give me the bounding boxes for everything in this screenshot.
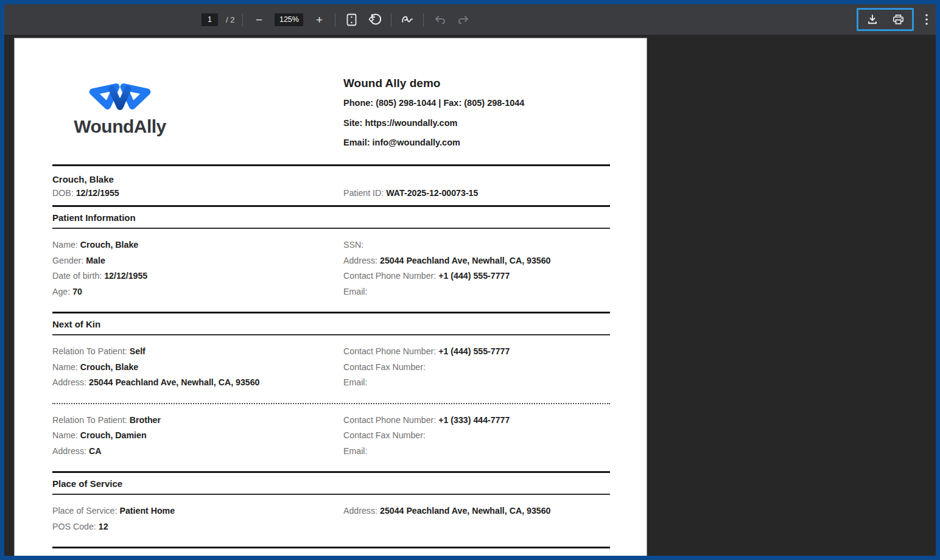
field-value: Crouch, Blake: [80, 240, 138, 250]
patient-banner: Crouch, Blake DOB:12/12/1955 Patient ID:…: [52, 164, 610, 205]
field-row: SSN:: [343, 237, 610, 253]
patient-dob: DOB:12/12/1955: [52, 188, 343, 198]
more-vertical-icon: [925, 14, 928, 25]
section-title: Patient Information: [52, 207, 610, 228]
field-row: Relation To Patient:Self: [52, 344, 343, 360]
field-label: Name:: [52, 430, 78, 440]
section: Patient InformationName:Crouch, BlakeGen…: [52, 205, 610, 312]
field-group: Relation To Patient:BrotherName:Crouch, …: [52, 404, 610, 472]
field-row: Address:25044 Peachland Ave, Newhall, CA…: [52, 375, 343, 391]
left-column: Place of Service:Patient HomePOS Code:12: [52, 503, 343, 534]
zoom-in-button[interactable]: +: [311, 12, 327, 27]
field-label: Gender:: [52, 256, 83, 265]
redo-icon: [458, 15, 469, 24]
screenshot-frame: 1 / 2 − 125% +: [0, 0, 940, 560]
right-column: Address:25044 Peachland Ave, Newhall, CA…: [343, 503, 610, 534]
field-label: Name:: [52, 240, 78, 250]
fit-to-page-icon: [346, 13, 357, 26]
field-value: +1 (333) 444-7777: [438, 415, 510, 425]
left-column: Relation To Patient:BrotherName:Crouch, …: [52, 413, 343, 460]
field-row: Relation To Patient:Brother: [52, 413, 343, 429]
field-row: Address:25044 Peachland Ave, Newhall, CA…: [343, 503, 610, 519]
woundally-logo-icon: [83, 79, 157, 116]
field-label: Contact Phone Number:: [343, 415, 436, 425]
field-row: Email:: [343, 375, 610, 391]
patient-name: Crouch, Blake: [52, 174, 610, 185]
clinic-header: WoundAlly Wound Ally demo Phone: (805) 2…: [52, 38, 610, 164]
page-count-label: / 2: [226, 15, 234, 24]
field-row: Email:: [343, 444, 610, 460]
document-sections: Patient InformationName:Crouch, BlakeGen…: [52, 205, 610, 556]
field-group: Place of Service:Patient HomePOS Code:12…: [52, 495, 610, 547]
field-row: POS Code:12: [52, 519, 343, 535]
fit-to-page-button[interactable]: [343, 12, 359, 27]
pdf-toolbar: 1 / 2 − 125% +: [4, 4, 936, 35]
field-label: Relation To Patient:: [52, 346, 127, 356]
field-row: Address:CA: [52, 444, 343, 460]
field-value: 25044 Peachland Ave, Newhall, CA, 93560: [380, 506, 550, 516]
redo-button[interactable]: [455, 12, 471, 27]
field-label: Address:: [52, 377, 86, 387]
print-button[interactable]: [890, 12, 906, 27]
field-row: Contact Fax Number:: [343, 428, 610, 444]
download-print-highlight: [857, 8, 914, 31]
field-group: Name:Crouch, BlakeGender:MaleDate of bir…: [52, 229, 610, 312]
pdf-page: WoundAlly Wound Ally demo Phone: (805) 2…: [14, 38, 647, 556]
field-label: SSN:: [343, 240, 363, 250]
right-column: Contact Phone Number:+1 (444) 555-7777Co…: [343, 344, 610, 391]
toolbar-divider: [391, 13, 391, 26]
field-value: Self: [130, 346, 146, 356]
field-row: Contact Phone Number:+1 (444) 555-7777: [343, 344, 610, 360]
dob-label: DOB:: [52, 188, 74, 198]
zoom-out-button[interactable]: −: [251, 12, 267, 27]
more-options-button[interactable]: [921, 12, 933, 27]
section: Next of KinRelation To Patient:SelfName:…: [52, 312, 610, 471]
field-value: Male: [86, 256, 105, 265]
field-label: Age:: [52, 287, 70, 296]
field-value: CA: [89, 446, 102, 456]
field-row: Contact Fax Number:: [343, 360, 610, 376]
field-row: Address:25044 Peachland Ave, Newhall, CA…: [343, 253, 610, 269]
annotate-button[interactable]: [399, 12, 415, 27]
patient-id-value: WAT-2025-12-00073-15: [386, 188, 478, 198]
pdf-page-content: WoundAlly Wound Ally demo Phone: (805) 2…: [15, 38, 647, 556]
toolbar-divider: [242, 13, 243, 26]
logo-wordmark: WoundAlly: [65, 116, 175, 137]
section: Place of ServicePlace of Service:Patient…: [52, 471, 610, 547]
field-label: Email:: [343, 287, 367, 296]
field-value: 25044 Peachland Ave, Newhall, CA, 93560: [89, 377, 259, 387]
annotate-icon: [401, 14, 413, 25]
download-button[interactable]: [865, 12, 880, 27]
page-number-input[interactable]: 1: [202, 13, 218, 26]
field-label: Email:: [343, 446, 367, 456]
field-row: Place of Service:Patient Home: [52, 503, 343, 519]
pdf-viewer: 1 / 2 − 125% +: [4, 4, 936, 556]
field-value: 12: [99, 522, 108, 531]
toolbar-divider: [423, 13, 424, 26]
patient-id-label: Patient ID:: [343, 188, 384, 198]
clinic-site: Site: https://woundally.com: [343, 118, 524, 128]
field-label: Contact Phone Number:: [343, 346, 436, 356]
field-value: Crouch, Damien: [80, 430, 147, 440]
field-label: Contact Fax Number:: [343, 362, 426, 372]
rotate-counterclockwise-icon: [369, 13, 382, 26]
field-label: Contact Fax Number:: [343, 430, 426, 440]
print-icon: [893, 14, 904, 25]
rotate-button[interactable]: [367, 12, 383, 27]
field-label: POS Code:: [52, 522, 96, 531]
field-row: Name:Crouch, Blake: [52, 237, 343, 253]
download-icon: [867, 14, 878, 25]
zoom-level-input[interactable]: 125%: [275, 13, 303, 26]
section-title: Referring Physician: [52, 548, 610, 556]
field-label: Address:: [52, 446, 86, 456]
field-row: Gender:Male: [52, 253, 343, 269]
field-group: Relation To Patient:SelfName:Crouch, Bla…: [52, 335, 610, 403]
field-label: Place of Service:: [52, 506, 117, 516]
field-row: Email:: [343, 284, 610, 300]
patient-id: Patient ID:WAT-2025-12-00073-15: [343, 188, 610, 198]
right-column: SSN:Address:25044 Peachland Ave, Newhall…: [343, 237, 610, 299]
field-label: Relation To Patient:: [52, 415, 127, 425]
clinic-info: Wound Ally demo Phone: (805) 298-1044 | …: [343, 77, 524, 158]
right-column: Contact Phone Number:+1 (333) 444-7777Co…: [343, 413, 610, 460]
undo-button[interactable]: [432, 12, 447, 27]
